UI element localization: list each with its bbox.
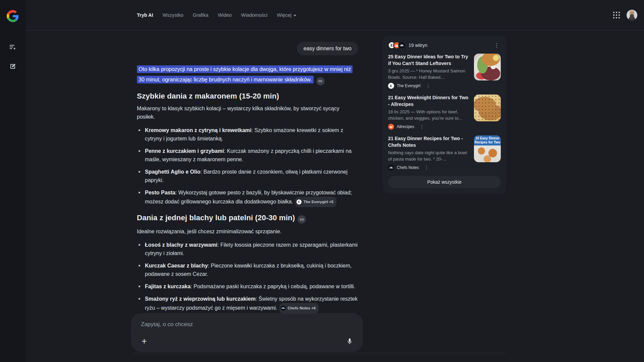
citation-label: Chefs Notes +6 bbox=[288, 304, 316, 312]
item-title: Fajitas z kurczaka bbox=[145, 284, 191, 289]
tab-more[interactable]: Więcej bbox=[277, 12, 296, 18]
section-intro-sheetpan: Idealne rozwiązania, jeśli chcesz zminim… bbox=[137, 227, 355, 236]
card-title: 21 Easy Dinner Recipes for Two - Chefs N… bbox=[388, 135, 470, 148]
left-rail bbox=[0, 0, 25, 362]
show-all-button[interactable]: Pokaż wszystkie bbox=[388, 176, 501, 188]
tab-wiadomosci[interactable]: Wiadomości bbox=[241, 12, 268, 18]
card-text: 25 Easy Dinner Ideas for Two to Try if Y… bbox=[388, 54, 474, 89]
card-overflow-icon[interactable]: ⋮ bbox=[418, 124, 426, 130]
card-title: 21 Easy Weeknight Dinners for Two - Allr… bbox=[388, 95, 470, 108]
citation-chip-everygirl[interactable]: EThe Everygirl +5 bbox=[295, 197, 336, 207]
list-item: Kremowy makaron z cytryną i krewetkamiSz… bbox=[137, 126, 358, 143]
item-title: Łosoś z blachy z warzywami bbox=[145, 242, 217, 248]
link-icon[interactable] bbox=[298, 215, 306, 224]
chefsnotes-favicon-icon: ✕ bbox=[388, 165, 394, 171]
card-text: 21 Easy Dinner Recipes for Two - Chefs N… bbox=[388, 135, 474, 171]
citation-label: The Everygirl +5 bbox=[304, 198, 333, 206]
source-cards: 25 Easy Dinner Ideas for Two to Try if Y… bbox=[388, 54, 501, 171]
card-source-row: E The Everygirl ⋮ bbox=[388, 83, 470, 89]
mic-icon[interactable] bbox=[344, 336, 355, 347]
list-item: Pesto PastaWykorzystaj gotowe pesto z ba… bbox=[137, 188, 358, 207]
citation-chip-chefsnotes[interactable]: ✕Chefs Notes +6 bbox=[279, 303, 319, 313]
history-icon[interactable] bbox=[7, 41, 19, 53]
section-intro-pasta: Makarony to klasyk szybkich kolacji – wy… bbox=[137, 104, 355, 121]
card-source-row: ✕ Chefs Notes ⋮ bbox=[388, 165, 470, 171]
item-title: Kurczak Caesar z blachy bbox=[145, 263, 208, 268]
pasta-list: Kremowy makaron z cytryną i krewetkamiSz… bbox=[137, 126, 358, 207]
thumbnail-banner-text: 10 Easy Dinner Recipes for Two bbox=[474, 135, 501, 145]
sites-count: 19 witryn bbox=[409, 43, 427, 48]
apps-grid-icon[interactable] bbox=[613, 12, 620, 18]
card-thumbnail[interactable]: 10 Easy Dinner Recipes for Two bbox=[474, 135, 501, 162]
sheetpan-list: Łosoś z blachy z warzywamiFilety łososia… bbox=[137, 241, 358, 313]
card-snippet: Nothing says date night quite like a bow… bbox=[388, 150, 470, 162]
list-item: Spaghetti Aglio e OlioBardzo proste dani… bbox=[137, 168, 358, 184]
link-icon[interactable] bbox=[316, 77, 325, 85]
top-bar: Tryb AI Wszystko Grafika Wideo Wiadomośc… bbox=[25, 0, 644, 31]
bottom-divider bbox=[131, 353, 506, 353]
section-heading-sheetpan: Dania z jednej blachy lub patelni (20-30… bbox=[137, 213, 358, 224]
card-overflow-icon[interactable]: ⋮ bbox=[425, 83, 432, 89]
source-name: Allrecipes bbox=[397, 124, 414, 129]
chevron-down-icon bbox=[293, 15, 296, 16]
plus-icon[interactable]: + bbox=[139, 336, 150, 347]
header-right bbox=[613, 0, 637, 30]
answer-intro: Oto kilka propozycji na proste i szybkie… bbox=[137, 64, 357, 85]
section-heading-text: Dania z jednej blachy lub patelni (20-30… bbox=[137, 214, 295, 222]
item-title: Penne z kurczakiem i grzybami bbox=[145, 148, 224, 154]
list-item: Fajitas z kurczakaPodsmażane paski kurcz… bbox=[137, 282, 358, 291]
ai-answer-column: easy dinners for two Oto kilka propozycj… bbox=[137, 31, 358, 317]
everygirl-favicon-icon: E bbox=[297, 199, 302, 204]
google-logo-icon[interactable] bbox=[7, 10, 19, 22]
source-card-chefsnotes[interactable]: 21 Easy Dinner Recipes for Two - Chefs N… bbox=[388, 135, 501, 171]
source-card-allrecipes[interactable]: 21 Easy Weeknight Dinners for Two - Allr… bbox=[388, 95, 501, 130]
card-thumbnail[interactable] bbox=[474, 95, 501, 121]
list-item: Smażony ryż z wieprzowiną lub kurczakiem… bbox=[137, 295, 358, 313]
section-heading-pasta: Szybkie dania z makaronem (15-20 min) bbox=[137, 92, 358, 101]
card-text: 21 Easy Weeknight Dinners for Two - Allr… bbox=[388, 95, 474, 130]
list-item: Kurczak Caesar z blachyPieczone kawałki … bbox=[137, 261, 358, 278]
card-overflow-icon[interactable]: ⋮ bbox=[423, 165, 430, 171]
source-name: Chefs Notes bbox=[397, 165, 419, 170]
tab-wideo[interactable]: Wideo bbox=[218, 12, 231, 18]
source-name: The Everygirl bbox=[397, 83, 421, 88]
item-title: Pesto Pasta bbox=[145, 190, 175, 195]
followup-composer[interactable]: Zapytaj, o co chcesz + bbox=[131, 314, 362, 351]
sources-panel: E ar ✕ 19 witryn ⋮ 25 Easy Dinner Ideas … bbox=[383, 36, 506, 193]
panel-overflow-icon[interactable]: ⋮ bbox=[492, 42, 501, 49]
list-item: Łosoś z blachy z warzywamiFilety łososia… bbox=[137, 241, 358, 257]
allrecipes-favicon-icon: ar bbox=[388, 124, 394, 130]
tab-grafika[interactable]: Grafika bbox=[193, 12, 209, 18]
tab-wszystko[interactable]: Wszystko bbox=[163, 12, 183, 18]
chefsnotes-favicon-icon: ✕ bbox=[398, 42, 406, 49]
tab-tryb-ai[interactable]: Tryb AI bbox=[137, 12, 153, 18]
card-thumbnail[interactable] bbox=[474, 54, 501, 80]
card-source-row: ar Allrecipes ⋮ bbox=[388, 124, 470, 130]
favicon-stack: E ar ✕ bbox=[388, 42, 406, 49]
avatar[interactable] bbox=[627, 10, 637, 20]
item-title: Smażony ryż z wieprzowiną lub kurczakiem bbox=[145, 296, 256, 302]
card-snippet: 3 gru 2025 — * Honey Mustard Salmon Bowl… bbox=[388, 68, 470, 80]
card-snippet: 18 lis 2025 — With options for beef, chi… bbox=[388, 109, 470, 121]
followup-input[interactable]: Zapytaj, o co chcesz bbox=[141, 321, 353, 328]
everygirl-favicon-icon: E bbox=[388, 83, 394, 89]
source-card-everygirl[interactable]: 25 Easy Dinner Ideas for Two to Try if Y… bbox=[388, 54, 501, 89]
chefsnotes-favicon-icon: ✕ bbox=[281, 306, 286, 311]
compose-icon[interactable] bbox=[7, 60, 19, 72]
item-title: Kremowy makaron z cytryną i krewetkami bbox=[145, 127, 251, 133]
card-title: 25 Easy Dinner Ideas for Two to Try if Y… bbox=[388, 54, 470, 67]
tab-more-label: Więcej bbox=[277, 12, 291, 18]
item-desc: Podsmażane paski kurczaka z papryką i ce… bbox=[191, 284, 355, 289]
search-tabs: Tryb AI Wszystko Grafika Wideo Wiadomośc… bbox=[137, 0, 296, 30]
user-query-chip: easy dinners for two bbox=[297, 42, 358, 55]
list-item: Penne z kurczakiem i grzybamiKurczak sma… bbox=[137, 147, 358, 164]
item-title: Spaghetti Aglio e Olio bbox=[145, 169, 201, 175]
sources-panel-header: E ar ✕ 19 witryn ⋮ bbox=[388, 40, 501, 50]
